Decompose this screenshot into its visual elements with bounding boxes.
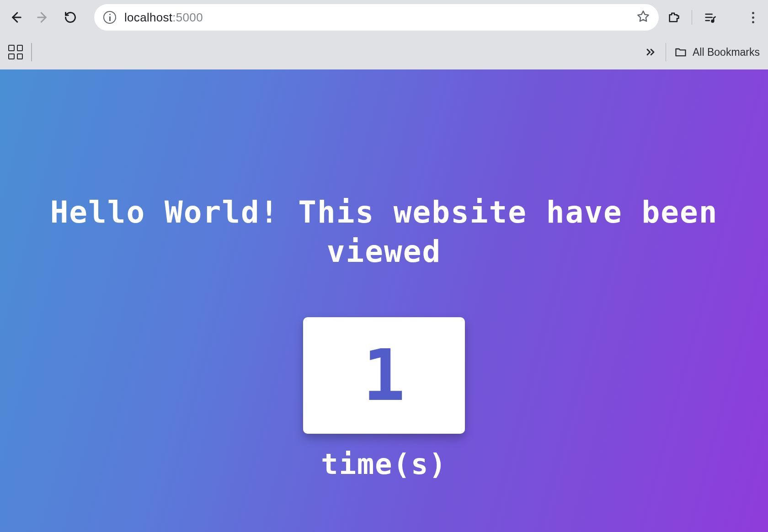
forward-button[interactable] bbox=[36, 10, 50, 25]
browser-menu-icon[interactable] bbox=[746, 11, 760, 24]
times-label: time(s) bbox=[0, 447, 768, 481]
bookmark-divider bbox=[31, 43, 32, 61]
url-text: localhost:5000 bbox=[124, 11, 629, 25]
reload-button[interactable] bbox=[63, 10, 78, 25]
media-control-icon[interactable] bbox=[703, 11, 717, 24]
counter-number: 1 bbox=[363, 340, 405, 411]
url-host: localhost bbox=[124, 11, 172, 24]
bookmark-star-icon[interactable] bbox=[637, 10, 650, 25]
folder-icon bbox=[674, 46, 687, 59]
toolbar-divider bbox=[692, 10, 693, 25]
bookmark-overflow-icon[interactable] bbox=[644, 45, 657, 59]
bookmark-bar: All Bookmarks bbox=[0, 35, 768, 69]
all-bookmarks-button[interactable]: All Bookmarks bbox=[674, 46, 760, 59]
hello-heading: Hello World! This website have been view… bbox=[0, 193, 768, 271]
browser-toolbar: localhost:5000 bbox=[0, 0, 768, 35]
extensions-icon[interactable] bbox=[667, 11, 681, 24]
back-button[interactable] bbox=[8, 10, 23, 25]
page-content: Hello World! This website have been view… bbox=[0, 69, 768, 532]
apps-icon[interactable] bbox=[8, 45, 23, 59]
svg-point-6 bbox=[712, 20, 714, 22]
toolbar-right bbox=[667, 10, 760, 25]
nav-buttons bbox=[8, 10, 78, 25]
bookmark-divider-2 bbox=[666, 43, 667, 61]
browser-chrome: localhost:5000 bbox=[0, 0, 768, 69]
svg-marker-2 bbox=[638, 11, 648, 21]
all-bookmarks-label: All Bookmarks bbox=[693, 46, 760, 59]
site-info-icon[interactable] bbox=[103, 11, 116, 24]
url-port: :5000 bbox=[172, 11, 203, 24]
counter-card: 1 bbox=[303, 317, 464, 434]
address-bar[interactable]: localhost:5000 bbox=[94, 4, 659, 31]
